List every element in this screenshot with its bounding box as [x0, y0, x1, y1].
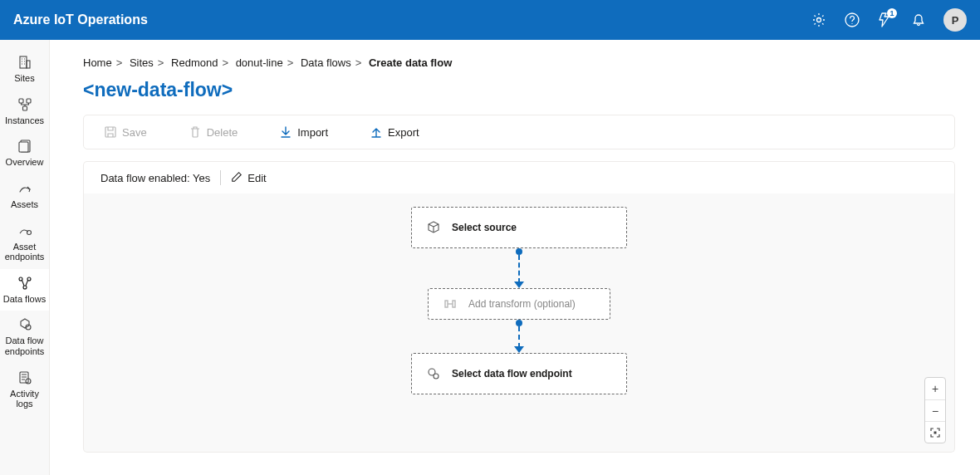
- header-actions: 1 P: [811, 8, 967, 32]
- activity-logs-icon: [17, 370, 32, 385]
- export-button[interactable]: Export: [370, 125, 419, 139]
- svg-point-21: [434, 374, 439, 379]
- endpoint-icon: [427, 367, 440, 380]
- breadcrumb-link[interactable]: Redmond: [171, 56, 218, 69]
- svg-rect-9: [19, 142, 28, 152]
- data-flow-endpoints-icon: [17, 317, 32, 332]
- cube-icon: [427, 221, 440, 234]
- svg-point-12: [27, 277, 31, 281]
- sidebar-item-data-flows[interactable]: Data flows: [0, 269, 49, 311]
- delete-button: Delete: [189, 125, 238, 139]
- sidebar-item-assets[interactable]: Assets: [0, 174, 49, 217]
- breadcrumb-current: Create data flow: [369, 56, 452, 69]
- transform-icon: [443, 297, 457, 311]
- user-avatar[interactable]: P: [943, 8, 967, 32]
- sites-icon: [17, 55, 32, 70]
- sidebar-item-asset-endpoints[interactable]: Asset endpoints: [0, 217, 49, 269]
- sidebar-item-overview[interactable]: Overview: [0, 132, 49, 174]
- edit-icon: [231, 171, 243, 185]
- svg-rect-3: [20, 56, 27, 68]
- select-endpoint-node[interactable]: Select data flow endpoint: [411, 353, 627, 394]
- svg-point-10: [27, 230, 31, 234]
- feedback-badge: 1: [887, 8, 897, 18]
- instances-icon: [17, 97, 32, 112]
- zoom-in-button[interactable]: +: [925, 378, 945, 399]
- breadcrumb-link[interactable]: donut-line: [236, 56, 283, 69]
- sidebar: Sites Instances Overview Assets Asset en…: [0, 40, 50, 475]
- save-icon: [104, 125, 117, 139]
- zoom-fit-button[interactable]: [925, 421, 945, 443]
- export-icon: [370, 125, 383, 139]
- help-icon[interactable]: [844, 12, 860, 28]
- edit-button[interactable]: Edit: [231, 171, 266, 185]
- data-flow-enabled-status: Data flow enabled: Yes: [100, 172, 210, 184]
- svg-point-1: [845, 13, 859, 27]
- svg-point-2: [851, 23, 852, 24]
- select-source-node[interactable]: Select source: [411, 207, 627, 248]
- svg-rect-19: [453, 301, 455, 307]
- delete-icon: [189, 125, 202, 139]
- svg-rect-4: [27, 61, 30, 68]
- svg-point-13: [23, 286, 27, 289]
- notifications-icon[interactable]: [910, 12, 927, 28]
- page-title: <new-data-flow>: [83, 79, 955, 101]
- feedback-icon[interactable]: 1: [877, 12, 894, 28]
- overview-icon: [17, 139, 32, 154]
- svg-point-0: [817, 18, 821, 22]
- breadcrumb-link[interactable]: Data flows: [301, 56, 351, 69]
- app-header: Azure IoT Operations 1 P: [0, 0, 980, 40]
- sidebar-item-data-flow-endpoints[interactable]: Data flow endpoints: [0, 311, 49, 363]
- sidebar-item-activity-logs[interactable]: Activity logs: [0, 364, 49, 416]
- zoom-controls: + −: [924, 377, 946, 443]
- breadcrumb-link[interactable]: Home: [83, 56, 112, 69]
- flow-canvas: Select source Add transform (optional) S…: [83, 193, 955, 453]
- zoom-out-button[interactable]: −: [925, 399, 945, 421]
- app-title: Azure IoT Operations: [13, 12, 811, 27]
- add-transform-node[interactable]: Add transform (optional): [428, 288, 610, 320]
- svg-rect-18: [445, 301, 448, 307]
- asset-endpoints-icon: [17, 223, 32, 238]
- svg-rect-6: [27, 99, 31, 103]
- svg-rect-7: [22, 106, 27, 110]
- main-content: Home> Sites> Redmond> donut-line> Data f…: [50, 40, 980, 475]
- status-bar: Data flow enabled: Yes Edit: [83, 161, 955, 193]
- svg-rect-22: [934, 431, 937, 433]
- breadcrumb-link[interactable]: Sites: [130, 56, 154, 69]
- svg-point-11: [19, 277, 22, 281]
- import-button[interactable]: Import: [279, 125, 328, 139]
- import-icon: [279, 125, 292, 139]
- toolbar: Save Delete Import Export: [83, 115, 955, 149]
- data-flows-icon: [17, 276, 32, 291]
- svg-rect-5: [19, 99, 23, 103]
- sidebar-item-instances[interactable]: Instances: [0, 91, 49, 133]
- breadcrumb: Home> Sites> Redmond> donut-line> Data f…: [83, 56, 955, 69]
- save-button: Save: [104, 125, 147, 139]
- sidebar-item-sites[interactable]: Sites: [0, 48, 49, 91]
- settings-icon[interactable]: [811, 12, 827, 28]
- assets-icon: [17, 181, 32, 196]
- svg-rect-17: [105, 127, 115, 137]
